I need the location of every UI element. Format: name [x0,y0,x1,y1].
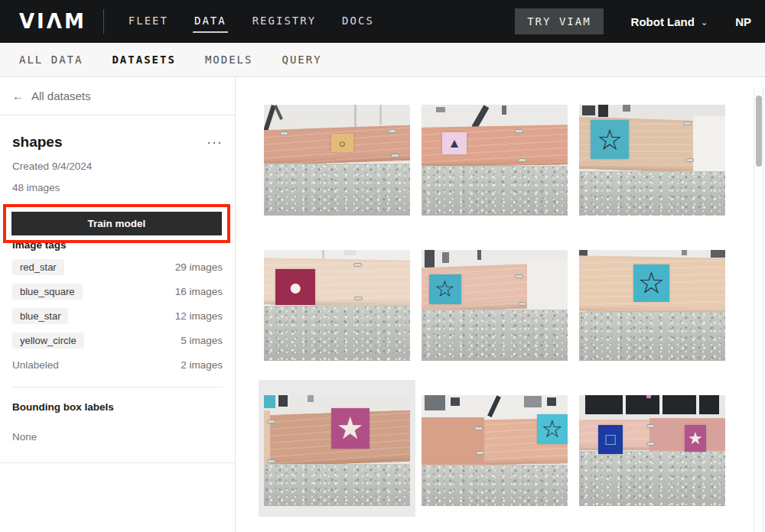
wall-hinge [518,302,526,306]
image-tags-list: red_star29 imagesblue_square16 imagesblu… [12,258,223,373]
org-selector[interactable]: Robot Land ⌄ [631,15,708,28]
wall-hinge [280,131,288,135]
photo-floor [264,164,410,216]
image-thumbnail[interactable]: □★ [579,395,725,506]
photo-wall-section [527,259,568,315]
card-shape-glyph: ☆ [542,417,564,441]
tag-row-blue-star: blue_star12 images [12,307,223,324]
user-avatar[interactable]: NP [735,15,751,28]
wall-hinge [476,451,484,455]
scrollbar-thumb[interactable] [756,96,762,167]
photo-background-detail [582,105,595,115]
wall-hinge [683,122,692,125]
photo-wall-section [422,417,484,467]
tag-pill-blue-star[interactable]: blue_star [12,308,68,324]
wall-hinge [353,263,362,267]
image-thumbnail[interactable]: ☆ [422,250,568,361]
shape-card: ▲ [442,132,467,154]
back-to-datasets-link[interactable]: ← All datasets [0,77,235,115]
back-arrow-icon: ← [12,89,24,102]
try-viam-button[interactable]: TRY VIAM [515,8,603,34]
wall-hinge [391,154,399,157]
photo-background-detail [436,107,444,112]
tag-pill-red-star[interactable]: red_star [12,259,64,275]
dataset-sidebar: ← All datasets shapes ··· Created 9/4/20… [0,77,236,532]
tag-count: 29 images [175,261,223,273]
tab-datasets[interactable]: DATASETS [112,54,175,66]
wall-hinge [646,424,655,428]
image-thumbnail[interactable]: ☆ [422,395,568,506]
photo-background-detail [308,395,314,402]
photo-background-detail [379,105,382,125]
photo-background-detail [274,105,283,120]
thumbnail-photo: ☆ [579,105,725,216]
shape-card: ☆ [591,120,629,159]
viam-logo[interactable]: VIΛM [19,10,86,33]
thumbnail-photo: ☆ [422,395,568,506]
more-options-icon[interactable]: ··· [207,138,223,146]
tag-row-red-star: red_star29 images [12,258,223,275]
tag-pill-blue-square[interactable]: blue_square [12,284,83,300]
photo-background-detail [487,395,500,417]
thumbnail-photo: ○ [264,105,410,216]
card-shape-glyph: ☆ [435,277,455,300]
shape-card: ☆ [537,414,568,444]
photo-floor [579,451,725,507]
tag-row-blue-square: blue_square16 images [12,283,223,300]
scrollbar[interactable] [754,88,763,532]
photo-floor [264,464,410,506]
thumbnail-photo: □★ [579,395,725,506]
photo-floor [422,166,568,216]
top-nav-items: FLEETDATAREGISTRYDOCS [127,10,376,33]
nav-item-data[interactable]: DATA [193,10,228,33]
wall-hinge [267,459,275,463]
nav-item-docs[interactable]: DOCS [340,10,376,33]
photo-background-detail [598,105,608,117]
org-name: Robot Land [631,15,695,28]
card-shape-glyph: ☆ [638,268,666,298]
card-shape-glyph: ▲ [448,137,461,150]
image-thumbnail[interactable]: ○ [264,105,410,216]
photo-background-detail [711,250,725,258]
card-shape-glyph: □ [605,431,615,448]
tag-label-unlabeled: Unlabeled [12,359,59,371]
image-thumbnail[interactable]: ☆ [579,250,725,361]
tab-models[interactable]: MODELS [205,54,253,66]
wall-hinge [515,129,523,133]
photo-background-detail [471,105,489,128]
tag-count: 5 images [181,335,223,346]
shape-card: □ [598,425,623,454]
thumbnail-photo: ▲ [422,105,568,216]
card-shape-glyph: ● [288,276,302,299]
back-link-label: All datasets [31,89,91,102]
bounding-box-labels-value: None [12,431,223,449]
card-shape-glyph: ★ [688,430,703,447]
card-shape-glyph: ○ [339,138,346,149]
annotation-highlight: Train model [3,204,230,243]
image-thumbnail[interactable]: ☆ [579,105,725,216]
data-sub-nav: ALL DATADATASETSMODELSQUERY [0,43,765,77]
nav-item-registry[interactable]: REGISTRY [251,10,317,33]
tag-pill-yellow-circle[interactable]: yellow_circle [12,332,84,349]
thumbnail-photo: ● [264,250,410,361]
bounding-box-labels-heading: Bounding box labels [12,401,223,413]
photo-background-detail [264,395,275,408]
photo-background-detail [354,105,356,127]
photo-background-detail [682,250,688,255]
image-thumbnail[interactable]: ● [264,250,410,361]
photo-background-detail [477,250,482,260]
tab-all-data[interactable]: ALL DATA [19,54,83,66]
train-model-button[interactable]: Train model [11,212,222,235]
image-thumbnail[interactable]: ★ [264,395,410,506]
wall-hinge [515,274,523,278]
image-grid: ○▲☆●☆☆★☆□★ [264,105,725,506]
photo-background-detail [524,396,542,407]
wall-hinge [646,442,655,446]
dataset-image-count: 48 images [0,172,235,193]
nav-item-fleet[interactable]: FLEET [127,10,170,33]
image-thumbnail[interactable]: ▲ [422,105,568,216]
thumbnail-photo: ☆ [422,250,568,361]
photo-background-detail [547,397,555,407]
tab-query[interactable]: QUERY [282,54,321,66]
photo-background-detail [623,395,626,414]
